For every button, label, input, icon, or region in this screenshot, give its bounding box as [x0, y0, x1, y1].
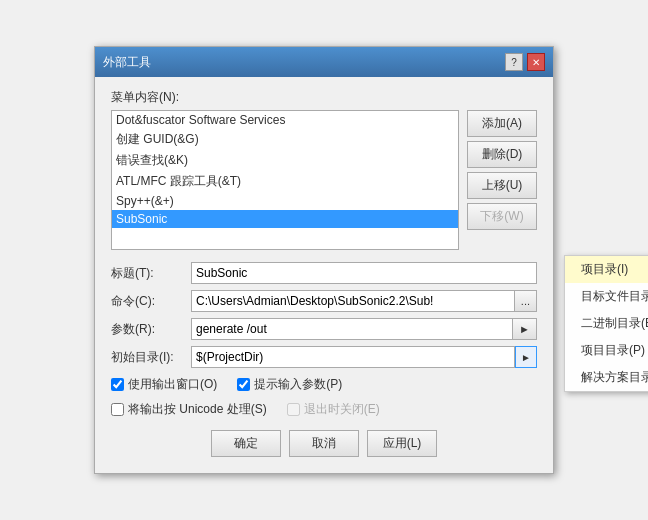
title-bar: 外部工具 ? ✕ [95, 47, 553, 77]
list-buttons: 添加(A) 删除(D) 上移(U) 下移(W) [467, 110, 537, 250]
command-row: 命令(C): ... [111, 290, 537, 312]
list-item-selected[interactable]: SubSonic [112, 210, 458, 228]
apply-button[interactable]: 应用(L) [367, 430, 437, 457]
checkboxes-row-2: 将输出按 Unicode 处理(S) 退出时关闭(E) [111, 401, 537, 418]
cancel-button[interactable]: 取消 [289, 430, 359, 457]
menu-list[interactable]: Dot&fuscator Software Services 创建 GUID(&… [111, 110, 459, 250]
list-container: Dot&fuscator Software Services 创建 GUID(&… [111, 110, 537, 250]
bottom-buttons: 确定 取消 应用(L) [111, 430, 537, 461]
command-input[interactable] [191, 290, 515, 312]
dropdown-item-target-dir[interactable]: 目标文件目录(R) [565, 283, 648, 310]
checkboxes-row-1: 使用输出窗口(O) 提示输入参数(P) [111, 376, 537, 393]
delete-button[interactable]: 删除(D) [467, 141, 537, 168]
dropdown-item-project-dir[interactable]: 项目录(I) [565, 256, 648, 283]
title-row: 标题(T): [111, 262, 537, 284]
title-bar-buttons: ? ✕ [505, 53, 545, 71]
initial-dir-row: 初始目录(I): ► [111, 346, 537, 368]
initial-dir-label: 初始目录(I): [111, 349, 191, 366]
title-label: 标题(T): [111, 265, 191, 282]
unicode-output-checkbox[interactable]: 将输出按 Unicode 处理(S) [111, 401, 267, 418]
command-label: 命令(C): [111, 293, 191, 310]
initial-dir-input-group: ► [191, 346, 537, 368]
list-item[interactable]: 创建 GUID(&G) [112, 129, 458, 150]
dropdown-item-project-dir-p[interactable]: 项目目录(P) [565, 337, 648, 364]
menu-section-label: 菜单内容(N): [111, 89, 537, 106]
ok-button[interactable]: 确定 [211, 430, 281, 457]
dialog-body: 菜单内容(N): Dot&fuscator Software Services … [95, 77, 553, 473]
dropdown-item-binary-dir[interactable]: 二进制目录(B) [565, 310, 648, 337]
initial-dir-input[interactable] [191, 346, 515, 368]
args-input[interactable] [191, 318, 513, 340]
list-item[interactable]: ATL/MFC 跟踪工具(&T) [112, 171, 458, 192]
initial-dir-dropdown-button[interactable]: ► [515, 346, 537, 368]
use-output-window-checkbox[interactable]: 使用输出窗口(O) [111, 376, 217, 393]
close-on-exit-checkbox[interactable]: 退出时关闭(E) [287, 401, 380, 418]
list-item[interactable]: 错误查找(&K) [112, 150, 458, 171]
command-browse-button[interactable]: ... [515, 290, 537, 312]
args-input-group: ► [191, 318, 537, 340]
args-row: 参数(R): ► [111, 318, 537, 340]
title-input[interactable] [191, 262, 537, 284]
list-item[interactable]: Dot&fuscator Software Services [112, 111, 458, 129]
dialog-title: 外部工具 [103, 54, 151, 71]
args-label: 参数(R): [111, 321, 191, 338]
external-tools-dialog: 外部工具 ? ✕ 菜单内容(N): Dot&fuscator Software … [94, 46, 554, 474]
command-input-group: ... [191, 290, 537, 312]
add-button[interactable]: 添加(A) [467, 110, 537, 137]
dropdown-item-solution-dir[interactable]: 解决方案目录(S) [565, 364, 648, 391]
down-button[interactable]: 下移(W) [467, 203, 537, 230]
up-button[interactable]: 上移(U) [467, 172, 537, 199]
dropdown-menu: 项目录(I) 目标文件目录(R) 二进制目录(B) 项目目录(P) 解决方案目录… [564, 255, 648, 392]
prompt-args-checkbox[interactable]: 提示输入参数(P) [237, 376, 342, 393]
close-button[interactable]: ✕ [527, 53, 545, 71]
help-button[interactable]: ? [505, 53, 523, 71]
args-dropdown-button[interactable]: ► [513, 318, 537, 340]
list-item[interactable]: Spy++(&+) [112, 192, 458, 210]
